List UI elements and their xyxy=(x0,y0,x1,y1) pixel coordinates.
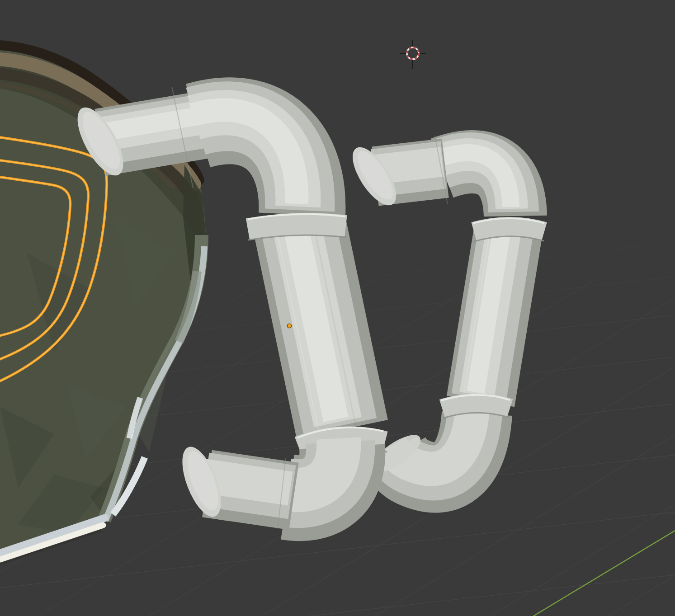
blender-3d-viewport[interactable] xyxy=(0,0,675,616)
object-origin-dot[interactable] xyxy=(287,324,291,328)
viewport-canvas[interactable] xyxy=(0,0,675,616)
